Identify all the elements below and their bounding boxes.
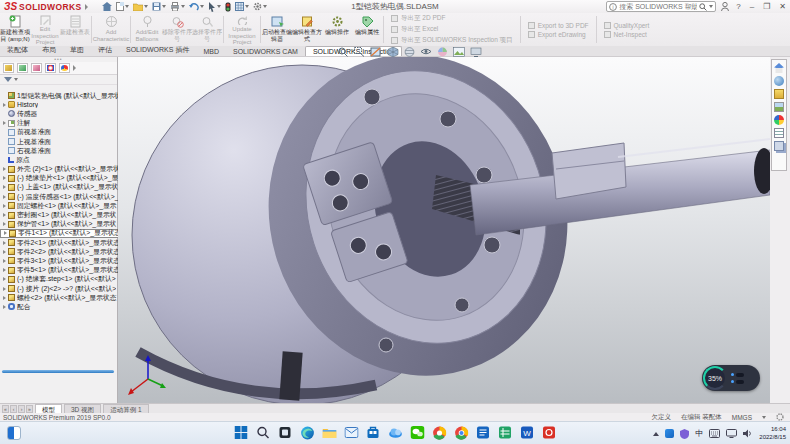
graphics-viewport[interactable]: 35% bbox=[118, 57, 770, 403]
panel-tabs-overflow-icon[interactable] bbox=[73, 65, 76, 71]
chrome-icon[interactable] bbox=[454, 425, 469, 440]
home-icon[interactable] bbox=[102, 2, 112, 11]
hidden-icons-chevron[interactable] bbox=[653, 432, 659, 436]
tab-scroll-last-icon[interactable]: » bbox=[26, 405, 33, 413]
zoom-area-icon[interactable] bbox=[354, 47, 365, 57]
tab-cam[interactable]: SOLIDWORKS CAM bbox=[226, 47, 305, 56]
tab-scroll-left-icon[interactable]: ‹ bbox=[10, 405, 17, 413]
select-pointer-icon[interactable] bbox=[208, 2, 221, 12]
filter-dropdown-icon[interactable] bbox=[14, 78, 18, 81]
filter-funnel-icon[interactable] bbox=[4, 77, 12, 82]
section-view-icon[interactable] bbox=[370, 47, 382, 57]
displaymanager-icon[interactable] bbox=[59, 63, 70, 73]
forum-pane-icon[interactable] bbox=[774, 141, 784, 151]
edit-operations-button[interactable]: 编辑操作 bbox=[322, 13, 352, 46]
tab-evaluate[interactable]: 评估 bbox=[91, 44, 119, 56]
help-search-input[interactable] bbox=[619, 3, 697, 10]
tab-mbd[interactable]: MBD bbox=[196, 47, 226, 56]
tree-item-root[interactable]: 1型铠装热电偶 (默认<默认_显示状态-1 bbox=[0, 91, 118, 100]
menu-expand-icon[interactable] bbox=[85, 4, 88, 10]
motion-study-tab[interactable]: 运动算例 1 bbox=[103, 404, 148, 413]
help-button[interactable]: ? bbox=[734, 1, 742, 12]
search-dropdown-icon[interactable] bbox=[709, 5, 713, 8]
tab-addins[interactable]: SOLIDWORKS 插件 bbox=[119, 44, 196, 56]
minimize-button[interactable]: – bbox=[748, 1, 756, 12]
undo-icon[interactable] bbox=[189, 2, 204, 11]
tab-scroll-right-icon[interactable]: › bbox=[18, 405, 25, 413]
new-document-icon[interactable] bbox=[116, 2, 129, 11]
units-dropdown-icon[interactable] bbox=[762, 416, 766, 419]
widgets-icon[interactable] bbox=[7, 426, 21, 440]
tab-assembly[interactable]: 装配体 bbox=[0, 44, 35, 56]
propertymanager-icon[interactable] bbox=[17, 63, 28, 73]
edit-inspection-methods-button[interactable]: 编辑检查方式 bbox=[292, 13, 322, 46]
word-icon[interactable]: W bbox=[520, 425, 535, 440]
display-style-icon[interactable] bbox=[404, 47, 415, 57]
file-explorer-pane-icon[interactable] bbox=[774, 89, 784, 99]
settings-gear-icon[interactable] bbox=[253, 2, 267, 11]
print-icon[interactable] bbox=[170, 2, 185, 11]
unit-system-label[interactable]: MMGS bbox=[732, 414, 752, 421]
close-button[interactable]: ✕ bbox=[777, 1, 788, 12]
hide-show-items-icon[interactable] bbox=[420, 47, 432, 56]
sign-in-icon[interactable] bbox=[721, 2, 729, 11]
edit-attributes-button[interactable]: 编辑属性 bbox=[352, 13, 382, 46]
view-settings-icon[interactable] bbox=[470, 47, 482, 57]
tab-layout[interactable]: 布局 bbox=[35, 44, 63, 56]
start-button-icon[interactable] bbox=[234, 425, 249, 440]
status-options-icon[interactable] bbox=[776, 413, 784, 421]
rebuild-icon[interactable] bbox=[225, 2, 231, 12]
featuremanager-tree-icon[interactable] bbox=[3, 63, 14, 73]
view-palette-icon[interactable] bbox=[774, 102, 784, 112]
speaker-icon[interactable] bbox=[743, 429, 753, 438]
home-tab-icon[interactable] bbox=[774, 63, 784, 73]
custom-properties-icon[interactable] bbox=[774, 128, 784, 138]
taskbar-clock[interactable]: 16:04 2022/8/15 bbox=[759, 426, 786, 442]
appearances-scenes-icon[interactable] bbox=[774, 115, 784, 125]
mail-icon[interactable] bbox=[344, 425, 359, 440]
widget-toggle-icon[interactable] bbox=[736, 380, 744, 384]
launch-inspection-editor-button[interactable]: 启动检查编辑器 bbox=[262, 13, 292, 46]
red-app-icon[interactable] bbox=[542, 425, 557, 440]
zoom-percent-dial[interactable]: 35% bbox=[703, 366, 727, 390]
microsoft-store-icon[interactable] bbox=[366, 425, 381, 440]
tree-item-hovered[interactable]: 零件1<1> (默认<<默认>_显示状态< bbox=[0, 229, 118, 238]
tray-shield-icon[interactable] bbox=[680, 429, 689, 439]
wechat-icon[interactable] bbox=[410, 425, 425, 440]
search-icon[interactable] bbox=[699, 3, 707, 11]
rollback-bar[interactable] bbox=[2, 370, 114, 373]
ime-indicator[interactable]: 中 bbox=[695, 428, 703, 439]
green-grid-app-icon[interactable] bbox=[498, 425, 513, 440]
search-taskbar-icon[interactable] bbox=[256, 425, 271, 440]
file-explorer-icon[interactable] bbox=[322, 425, 337, 440]
view-orientation-cube-icon[interactable] bbox=[387, 47, 399, 57]
dimxpertmanager-icon[interactable] bbox=[45, 63, 56, 73]
zoom-recording-widget[interactable]: 35% bbox=[702, 365, 760, 391]
3d-views-tab[interactable]: 3D 视图 bbox=[64, 404, 101, 413]
widget-toggle-icon[interactable] bbox=[736, 373, 744, 377]
cloud-app-icon[interactable] bbox=[388, 425, 403, 440]
edge-browser-icon[interactable] bbox=[300, 425, 315, 440]
edit-appearance-icon[interactable] bbox=[437, 47, 448, 57]
monitor-tray-icon[interactable] bbox=[726, 429, 737, 438]
options-grid-icon[interactable] bbox=[235, 2, 249, 11]
tab-sketch[interactable]: 草图 bbox=[63, 44, 91, 56]
status-bar: SOLIDWORKS Premium 2019 SP0.0 欠定义 在编辑 装配… bbox=[0, 413, 790, 421]
tab-scroll-first-icon[interactable]: « bbox=[2, 405, 9, 413]
model-tab[interactable]: 模型 bbox=[35, 404, 62, 413]
restore-button[interactable]: ❐ bbox=[761, 1, 772, 12]
configurationmanager-icon[interactable] bbox=[31, 63, 42, 73]
tray-blue-app-icon[interactable] bbox=[665, 429, 674, 438]
keyboard-icon[interactable] bbox=[709, 429, 720, 438]
design-library-icon[interactable] bbox=[774, 76, 784, 86]
task-view-icon[interactable] bbox=[278, 425, 293, 440]
reader-app-icon[interactable] bbox=[476, 425, 491, 440]
new-inspection-project-button[interactable]: 新建检查项目 (amp;N) bbox=[0, 13, 30, 46]
zoom-fit-icon[interactable] bbox=[338, 47, 349, 57]
save-icon[interactable] bbox=[152, 2, 166, 11]
apply-scene-icon[interactable] bbox=[453, 47, 465, 57]
browser-ring-icon[interactable] bbox=[432, 425, 447, 440]
tree-item-mates[interactable]: 配合 bbox=[0, 302, 118, 311]
open-icon[interactable] bbox=[133, 3, 148, 11]
widget-indicator-dot bbox=[731, 380, 734, 383]
